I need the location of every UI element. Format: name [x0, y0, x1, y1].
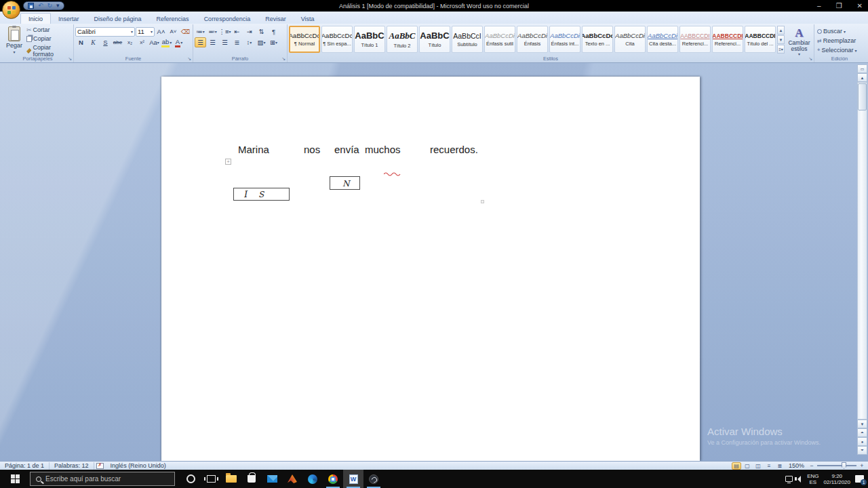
- spellcheck-status-icon[interactable]: [96, 463, 104, 469]
- bold-button[interactable]: N: [75, 37, 87, 47]
- style-titulo-del-libro[interactable]: AABBCCDITítulo del ...: [745, 26, 776, 53]
- style-cita[interactable]: AaBbCcDiCita: [614, 26, 646, 53]
- previous-page-icon[interactable]: ⏶: [857, 428, 867, 437]
- scrollbar-thumb[interactable]: [858, 83, 867, 110]
- bullets-icon[interactable]: ≔▾: [195, 26, 206, 37]
- scroll-down-icon[interactable]: ▼: [857, 420, 867, 428]
- language-indicator[interactable]: Inglés (Reino Unido): [106, 462, 171, 470]
- align-left-icon[interactable]: ☰: [195, 37, 206, 47]
- italic-button[interactable]: K: [87, 37, 99, 47]
- font-color-button[interactable]: A▾: [173, 37, 184, 47]
- zoom-out-button[interactable]: −: [808, 462, 815, 469]
- select-button[interactable]: ⌖Seleccionar▾: [816, 46, 863, 54]
- matlab-button[interactable]: [282, 470, 302, 488]
- next-page-icon[interactable]: ⏷: [857, 446, 867, 455]
- zoom-level[interactable]: 150%: [789, 462, 804, 469]
- grow-font-icon[interactable]: A˄: [155, 26, 167, 37]
- scroll-up-icon[interactable]: ▲: [857, 73, 867, 82]
- style-enfasis[interactable]: AaBbCcDiÉnfasis: [517, 26, 548, 53]
- show-paragraph-marks-icon[interactable]: ¶: [268, 26, 279, 37]
- style-sin-espaciado[interactable]: AaBbCcDc¶ Sin espa...: [321, 26, 353, 53]
- dialog-launcher-icon[interactable]: ↘: [68, 56, 72, 62]
- gallery-down-icon[interactable]: ▼: [777, 35, 785, 44]
- word-button[interactable]: W: [343, 470, 363, 488]
- draft-view-icon[interactable]: ≣: [775, 462, 785, 470]
- borders-icon[interactable]: ⊞▾: [268, 37, 279, 47]
- tab-vista[interactable]: Vista: [294, 14, 322, 24]
- dialog-launcher-icon[interactable]: ↘: [187, 56, 191, 62]
- document-word[interactable]: Marina: [238, 144, 269, 155]
- find-button[interactable]: Buscar▾: [816, 27, 863, 35]
- style-normal[interactable]: AaBbCcDc¶ Normal: [289, 26, 320, 53]
- style-enfasis-sutil[interactable]: AaBbCcDiÉnfasis sutil: [484, 26, 515, 53]
- dialog-launcher-icon[interactable]: ↘: [808, 56, 812, 62]
- scrollbar-track[interactable]: [857, 82, 867, 420]
- tab-correspondencia[interactable]: Correspondencia: [197, 14, 258, 24]
- increase-indent-icon[interactable]: ⇥: [243, 26, 255, 37]
- justify-icon[interactable]: ≣: [231, 37, 243, 47]
- close-button[interactable]: ✕: [857, 0, 863, 12]
- microsoft-store-button[interactable]: [241, 470, 262, 488]
- line-spacing-icon[interactable]: ↕▾: [243, 37, 255, 47]
- replace-button[interactable]: ⇄Reemplazar: [816, 37, 863, 45]
- multilevel-list-icon[interactable]: ⋮≡▾: [219, 26, 231, 37]
- ruler-toggle-icon[interactable]: ▭: [857, 64, 867, 73]
- obs-button[interactable]: [363, 470, 384, 488]
- page-indicator[interactable]: Página: 1 de 1: [0, 462, 50, 470]
- copy-button[interactable]: Copiar: [25, 35, 72, 43]
- dialog-launcher-icon[interactable]: ↘: [281, 56, 285, 62]
- style-cita-destacada[interactable]: AaBbCcDiCita desta...: [647, 26, 678, 53]
- web-layout-view-icon[interactable]: ◫: [753, 462, 763, 470]
- document-word[interactable]: envía: [334, 144, 359, 155]
- shading-icon[interactable]: ▨▾: [256, 37, 267, 47]
- style-titulo-2[interactable]: AaBbCTítulo 2: [387, 26, 418, 53]
- style-referencia-intensa[interactable]: AABBCCDIReferenci...: [712, 26, 743, 53]
- chrome-button[interactable]: [323, 470, 343, 488]
- tab-insertar[interactable]: Insertar: [51, 14, 87, 24]
- save-icon[interactable]: [28, 3, 34, 9]
- autocorrect-handle[interactable]: [481, 200, 484, 203]
- redo-icon[interactable]: ↻: [47, 2, 53, 9]
- qat-customize-icon[interactable]: ▾: [56, 2, 60, 9]
- shrink-font-icon[interactable]: A˅: [167, 26, 179, 37]
- minimize-button[interactable]: –: [817, 0, 821, 12]
- sort-icon[interactable]: ⇅: [256, 26, 267, 37]
- language-switcher[interactable]: ENGES: [807, 473, 818, 485]
- document-word[interactable]: muchos: [365, 144, 401, 155]
- textbox-n[interactable]: N: [330, 176, 360, 190]
- cortana-button[interactable]: [180, 470, 201, 488]
- start-button[interactable]: [0, 470, 30, 488]
- tab-inicio[interactable]: Inicio: [20, 13, 51, 24]
- font-size-select[interactable]: 11▾: [136, 27, 155, 37]
- taskbar-search[interactable]: [30, 472, 175, 486]
- strikethrough-button[interactable]: abe: [112, 37, 123, 47]
- underline-button[interactable]: S: [100, 37, 111, 47]
- style-titulo-1[interactable]: AaBbCTítulo 1: [354, 26, 385, 53]
- highlight-color-button[interactable]: ab▾: [161, 37, 172, 47]
- tab-diseno-de-pagina[interactable]: Diseño de página: [87, 14, 149, 24]
- tab-revisar[interactable]: Revisar: [258, 14, 294, 24]
- align-right-icon[interactable]: ☰: [219, 37, 231, 47]
- change-case-button[interactable]: Aa▾: [149, 37, 160, 47]
- decrease-indent-icon[interactable]: ⇤: [231, 26, 243, 37]
- search-input[interactable]: [45, 475, 161, 483]
- align-center-icon[interactable]: ☰: [207, 37, 218, 47]
- gallery-up-icon[interactable]: ▲: [777, 26, 785, 35]
- zoom-slider-track[interactable]: [817, 465, 856, 466]
- select-browse-object-icon[interactable]: ●: [857, 437, 867, 446]
- file-explorer-button[interactable]: [221, 470, 241, 488]
- clock[interactable]: 9:2002/11/2020: [824, 473, 850, 485]
- undo-icon[interactable]: ↶: [38, 2, 43, 9]
- tab-referencias[interactable]: Referencias: [149, 14, 197, 24]
- paste-button[interactable]: Pegar▾: [3, 26, 25, 54]
- restore-button[interactable]: ❐: [836, 0, 842, 12]
- volume-icon[interactable]: [797, 476, 801, 483]
- word-count[interactable]: Palabras: 12: [50, 462, 94, 470]
- font-family-select[interactable]: Calibri▾: [75, 27, 135, 37]
- network-icon[interactable]: [785, 476, 793, 482]
- document-page[interactable]: Marina nos envía muchos recuerdos. + N I…: [161, 77, 700, 461]
- style-subtitulo[interactable]: AaBbCcISubtítulo: [452, 26, 483, 53]
- change-styles-button[interactable]: A Cambiar estilos▾: [786, 26, 812, 57]
- subscript-button[interactable]: x₂: [124, 37, 136, 47]
- numbering-icon[interactable]: ≕▾: [207, 26, 218, 37]
